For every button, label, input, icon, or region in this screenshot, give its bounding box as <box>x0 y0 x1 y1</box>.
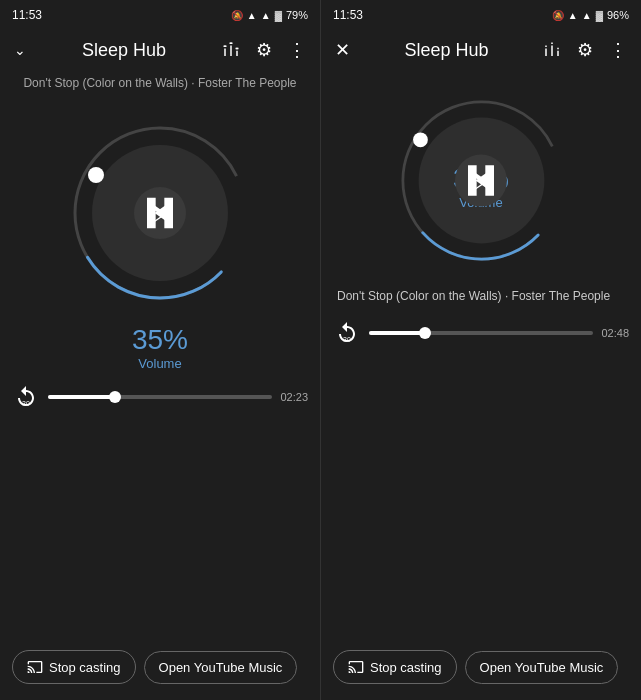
left-seek-time: 02:23 <box>280 391 308 403</box>
left-replay-button[interactable]: 30 <box>12 383 40 411</box>
left-equalizer-button[interactable] <box>216 35 246 65</box>
right-controls-row <box>437 155 525 207</box>
left-volume-display: 35% Volume <box>0 324 320 371</box>
left-circle-wrapper <box>60 113 260 313</box>
left-collapse-button[interactable]: ⌄ <box>8 36 32 64</box>
svg-rect-15 <box>551 46 553 57</box>
right-wifi-icon: ▲ <box>582 10 592 21</box>
right-replay-button[interactable]: 30 <box>333 319 361 347</box>
right-seek-fill <box>369 331 425 335</box>
left-top-bar: ⌄ Sleep Hub ⚙ ⋮ <box>0 28 320 72</box>
right-cast-icon <box>348 659 364 675</box>
right-seek-thumb[interactable] <box>419 327 431 339</box>
svg-point-12 <box>88 167 104 183</box>
right-seek-area: 30 02:48 <box>321 311 641 355</box>
right-mute-icon: 🔕 <box>552 10 564 21</box>
right-circle-wrapper: 35% Volume <box>389 88 574 273</box>
right-equalizer-button[interactable] <box>537 35 567 65</box>
left-song-info: Don't Stop (Color on the Walls) · Foster… <box>0 72 320 94</box>
svg-point-22 <box>413 132 428 147</box>
svg-rect-16 <box>551 43 553 45</box>
left-volume-pct: 35% <box>0 324 320 356</box>
right-phone-panel: 11:53 🔕 ▲ ▲ ▓ 96% ✕ Sleep Hub ⚙ ⋮ <box>321 0 641 700</box>
right-status-bar: 11:53 🔕 ▲ ▲ ▓ 96% <box>321 0 641 28</box>
left-cast-icon <box>27 659 43 675</box>
right-battery-text: 96% <box>607 9 629 21</box>
left-volume-circle-container <box>0 102 320 324</box>
svg-rect-4 <box>236 51 238 56</box>
right-battery-icon: ▓ <box>596 10 603 21</box>
left-seek-area: 30 02:23 <box>0 375 320 419</box>
left-stop-casting-label: Stop casting <box>49 660 121 675</box>
svg-rect-13 <box>545 49 547 57</box>
right-stop-casting-label: Stop casting <box>370 660 442 675</box>
right-signal-icon: ▲ <box>568 10 578 21</box>
left-panel-title: Sleep Hub <box>32 40 216 61</box>
right-status-time: 11:53 <box>333 8 363 22</box>
left-volume-label: Volume <box>0 356 320 371</box>
left-stop-casting-button[interactable]: Stop casting <box>12 650 136 684</box>
right-open-music-button[interactable]: Open YouTube Music <box>465 651 619 684</box>
left-status-time: 11:53 <box>12 8 42 22</box>
right-action-buttons: Stop casting Open YouTube Music <box>321 640 641 700</box>
left-status-icons: 🔕 ▲ ▲ ▓ 79% <box>231 9 308 21</box>
left-controls-row <box>116 187 204 239</box>
right-status-icons: 🔕 ▲ ▲ ▓ 96% <box>552 9 629 21</box>
right-circle-center: 35% Volume <box>453 152 509 209</box>
left-signal-icon: ▲ <box>247 10 257 21</box>
svg-rect-0 <box>224 49 226 57</box>
left-seek-bar[interactable] <box>48 395 272 399</box>
left-open-music-label: Open YouTube Music <box>159 660 283 675</box>
right-volume-area: 35% Volume <box>321 72 641 281</box>
right-replay-number: 30 <box>343 336 351 343</box>
left-battery-icon: ▓ <box>275 10 282 21</box>
left-seek-thumb[interactable] <box>109 391 121 403</box>
svg-rect-14 <box>545 46 547 48</box>
right-top-icons: ⚙ ⋮ <box>537 33 633 67</box>
left-seek-fill <box>48 395 115 399</box>
right-seek-bar[interactable] <box>369 331 593 335</box>
right-close-button[interactable]: ✕ <box>329 33 356 67</box>
right-seek-time: 02:48 <box>601 327 629 339</box>
left-status-bar: 11:53 🔕 ▲ ▲ ▓ 79% <box>0 0 320 28</box>
right-song-info: Don't Stop (Color on the Walls) · Foster… <box>321 281 641 311</box>
right-panel-title: Sleep Hub <box>356 40 537 61</box>
right-settings-button[interactable]: ⚙ <box>571 33 599 67</box>
right-stop-casting-button[interactable]: Stop casting <box>333 650 457 684</box>
svg-rect-17 <box>557 51 559 56</box>
right-more-button[interactable]: ⋮ <box>603 33 633 67</box>
left-action-buttons: Stop casting Open YouTube Music <box>0 640 320 700</box>
left-mute-icon: 🔕 <box>231 10 243 21</box>
left-top-icons: ⚙ ⋮ <box>216 33 312 67</box>
left-battery-text: 79% <box>286 9 308 21</box>
left-phone-panel: 11:53 🔕 ▲ ▲ ▓ 79% ⌄ Sleep Hub ⚙ <box>0 0 321 700</box>
left-settings-button[interactable]: ⚙ <box>250 33 278 67</box>
left-wifi-icon: ▲ <box>261 10 271 21</box>
left-more-button[interactable]: ⋮ <box>282 33 312 67</box>
left-open-music-button[interactable]: Open YouTube Music <box>144 651 298 684</box>
right-open-music-label: Open YouTube Music <box>480 660 604 675</box>
svg-rect-18 <box>557 48 559 50</box>
svg-rect-2 <box>230 46 232 57</box>
left-replay-number: 30 <box>22 400 30 407</box>
right-top-bar: ✕ Sleep Hub ⚙ ⋮ <box>321 28 641 72</box>
